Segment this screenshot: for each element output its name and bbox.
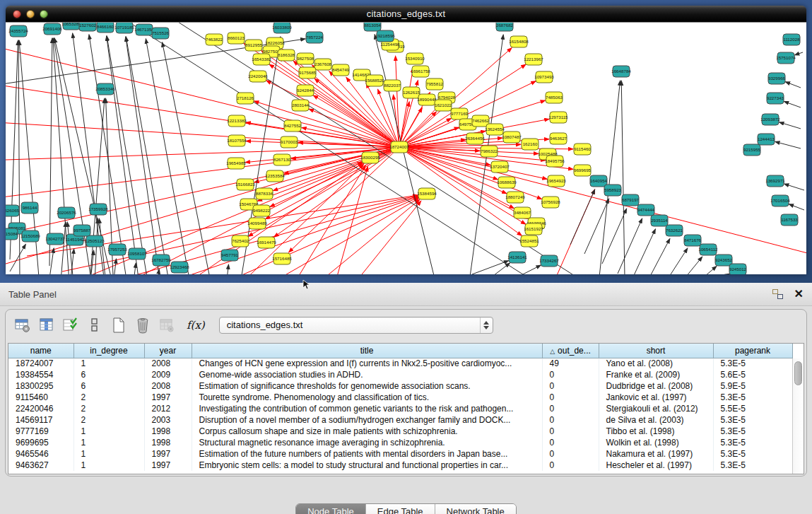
tab-edge-table[interactable]: Edge Table	[365, 504, 435, 514]
cell-name[interactable]: 19384554	[8, 369, 73, 380]
hide-columns-icon[interactable]	[85, 316, 105, 334]
graph-node[interactable]: 10688639	[497, 177, 517, 188]
graph-node[interactable]: 9975887	[73, 225, 91, 236]
cell-pagerank[interactable]: 5.3E-5	[713, 358, 792, 369]
column-header-name[interactable]: name	[8, 344, 73, 358]
cell-in_degree[interactable]: 6	[73, 369, 144, 380]
cell-in_degree[interactable]: 1	[73, 460, 144, 471]
network-graph[interactable]: 1872400718300295153845948660123891295518…	[6, 23, 806, 274]
table-options-icon[interactable]	[13, 316, 33, 334]
cell-short[interactable]: Hescheler et al. (1997)	[599, 460, 713, 471]
cell-short[interactable]: Dudbridge et al. (2008)	[599, 380, 713, 392]
cell-out_de[interactable]: 0	[542, 460, 599, 471]
graph-node[interactable]: 9777169	[451, 108, 469, 119]
graph-node[interactable]: 20853346	[95, 83, 115, 95]
graph-edge[interactable]	[123, 23, 543, 274]
graph-edge[interactable]	[779, 122, 801, 129]
graph-edge[interactable]	[313, 95, 399, 147]
function-builder-icon[interactable]: f(x)	[187, 319, 205, 332]
graph-node[interactable]: 10973493	[534, 71, 554, 83]
cell-short[interactable]: Jankovic et al. (1997)	[599, 392, 713, 403]
graph-node[interactable]: 1167533	[781, 214, 798, 226]
cell-in_degree[interactable]: 2	[73, 392, 144, 403]
graph-edge[interactable]	[785, 82, 801, 88]
graph-node[interactable]: 7632621	[666, 225, 683, 236]
graph-node[interactable]: 2803144	[292, 100, 310, 111]
cell-pagerank[interactable]: 5.3E-5	[713, 392, 792, 403]
graph-node[interactable]: 8427552	[284, 120, 302, 132]
graph-node[interactable]: 9215955	[743, 144, 761, 156]
cell-pagerank[interactable]: 5.3E-5	[713, 460, 792, 471]
cell-title[interactable]: Tourette syndrome. Phenomenology and cla…	[192, 392, 542, 403]
tab-network-table[interactable]: Network Table	[435, 504, 516, 514]
graph-node[interactable]: 15340910	[405, 53, 425, 64]
graph-node[interactable]: 1527602	[79, 23, 97, 31]
graph-node[interactable]: 10958107	[127, 248, 147, 259]
graph-node[interactable]: 9827508	[297, 53, 314, 64]
graph-node[interactable]: 10807487	[502, 132, 522, 143]
cell-out_de[interactable]: 0	[542, 414, 599, 426]
cell-out_de[interactable]: 0	[542, 426, 599, 437]
graph-edge[interactable]	[784, 184, 804, 190]
cell-name[interactable]: 22420046	[8, 403, 73, 414]
graph-node[interactable]: 9242844	[297, 85, 314, 96]
float-panel-icon[interactable]	[772, 289, 783, 299]
cell-out_de[interactable]: 0	[542, 392, 599, 403]
window-titlebar[interactable]: citations_edges.txt	[6, 6, 806, 22]
cell-in_degree[interactable]: 1	[73, 358, 144, 369]
cell-pagerank[interactable]: 5.3E-5	[713, 437, 792, 448]
graph-node[interactable]: 7955812	[426, 78, 444, 90]
graph-node[interactable]: 12973115	[548, 112, 568, 123]
graph-node[interactable]: 17016504	[770, 195, 790, 206]
new-table-icon[interactable]	[109, 316, 129, 334]
cell-out_de[interactable]: 0	[542, 448, 599, 460]
cell-name[interactable]: 9115460	[8, 392, 73, 403]
cell-in_degree[interactable]: 2	[73, 403, 144, 414]
graph-node[interactable]: 12213383	[227, 115, 247, 127]
graph-node[interactable]: 9329966	[768, 73, 786, 84]
column-header-in_degree[interactable]: in_degree	[73, 344, 144, 358]
cell-title[interactable]: Genome-wide association studies in ADHD.	[192, 369, 542, 380]
graph-node[interactable]: 9463627	[550, 133, 567, 144]
tab-node-table[interactable]: Node Table	[296, 504, 365, 514]
graph-edge[interactable]	[155, 269, 159, 274]
scrollbar-thumb[interactable]	[794, 361, 802, 385]
graph-edge[interactable]	[621, 81, 625, 274]
graph-edge[interactable]	[49, 38, 52, 266]
graph-edge[interactable]	[646, 239, 670, 274]
graph-node[interactable]: 18807249	[505, 192, 525, 203]
graph-node[interactable]: 20206576	[57, 207, 76, 218]
graph-edge[interactable]	[113, 259, 116, 274]
graph-node[interactable]: 9243652	[715, 255, 733, 266]
graph-node[interactable]: 9227343	[767, 93, 784, 104]
cell-out_de[interactable]: 0	[542, 380, 599, 392]
cell-short[interactable]: de Silva et al. (2003)	[599, 414, 713, 426]
table-row[interactable]: 977716911998Corpus callosum shape and si…	[8, 426, 792, 437]
close-panel-icon[interactable]: ✕	[794, 289, 804, 299]
graph-node[interactable]: 8471676	[684, 235, 702, 246]
graph-edge[interactable]	[695, 266, 717, 274]
graph-node[interactable]: 17359928	[88, 204, 108, 215]
graph-node[interactable]: 6879197	[622, 194, 640, 206]
graph-node[interactable]: 19218596	[375, 30, 395, 42]
graph-node[interactable]: 16154808	[509, 36, 529, 47]
table-row[interactable]: 1456911722003Disruption of a novel membe…	[8, 414, 792, 426]
graph-node[interactable]: 12505123	[85, 235, 105, 247]
graph-node[interactable]: 13042737	[45, 233, 65, 245]
cell-year[interactable]: 2008	[144, 358, 192, 369]
column-header-year[interactable]: year	[144, 344, 192, 358]
cell-out_de[interactable]: 0	[542, 437, 599, 448]
graph-edge[interactable]	[308, 199, 420, 274]
graph-node[interactable]: 15524851	[519, 235, 539, 247]
cell-short[interactable]: Nakamura et al. (1997)	[599, 448, 713, 460]
graph-node[interactable]: 7463822	[206, 34, 223, 45]
cell-in_degree[interactable]: 1	[73, 426, 144, 437]
cell-pagerank[interactable]: 5.9E-5	[713, 380, 792, 392]
table-selector-dropdown[interactable]: citations_edges.txt	[219, 317, 493, 334]
graph-node[interactable]: 16914479	[257, 237, 276, 248]
graph-node[interactable]: 7857224	[306, 32, 324, 43]
graph-node[interactable]: 15384594	[417, 188, 437, 199]
graph-node[interactable]: 8822037	[384, 80, 401, 91]
graph-node[interactable]: 9498222	[253, 205, 271, 216]
graph-edge[interactable]	[570, 189, 595, 245]
